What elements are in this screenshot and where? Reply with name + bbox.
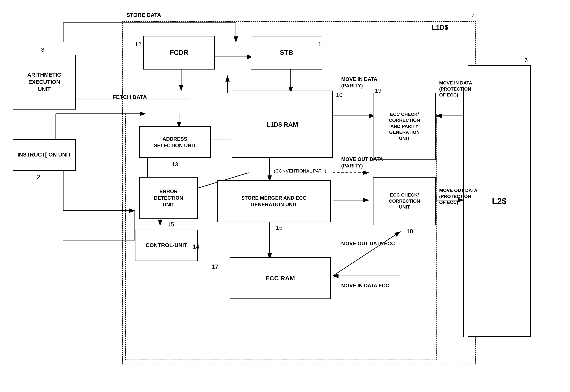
move-out-data-protection-label: MOVE OUT DATA (PROTECTION OF ECC) [439, 187, 477, 206]
diagram-container: { "title": "Cache Memory Architecture Di… [0, 0, 570, 392]
number-4-label: 4 [472, 13, 475, 19]
number-10: 10 [336, 92, 343, 98]
move-in-data-ecc-label: MOVE IN DATA ECC [341, 282, 389, 289]
conventional-path-label: (CONVENTIONAL PATH) [274, 168, 326, 174]
l1d-cache-label: L1D$ [432, 23, 448, 32]
number-12: 12 [135, 41, 141, 48]
move-in-data-protection-label: MOVE IN DATA (PROTECTION OF ECC) [439, 80, 472, 98]
instruction-unit: INSTRUCT[ ON UNIT [13, 139, 76, 171]
move-out-data-parity-label: MOVE OUT DATA (PARITY) [341, 156, 383, 169]
store-data-label: STORE DATA [126, 12, 161, 19]
stb-box: STB [251, 36, 322, 70]
number-6: 6 [525, 57, 528, 64]
number-3: 3 [41, 46, 44, 53]
move-in-data-parity-label: MOVE IN DATA (PARITY) [341, 76, 377, 89]
fetch-data-label: FETCH DATA [113, 94, 147, 101]
number-11: 11 [318, 41, 325, 48]
move-out-data-ecc-label: MOVE OUT DATA ECC [341, 240, 395, 247]
inner-boundary-box [125, 114, 437, 360]
fcdr-box: FCDR [143, 36, 215, 70]
number-2: 2 [37, 174, 40, 181]
arithmetic-execution-unit: ARITHMETIC EXECUTION UNIT [13, 55, 76, 110]
